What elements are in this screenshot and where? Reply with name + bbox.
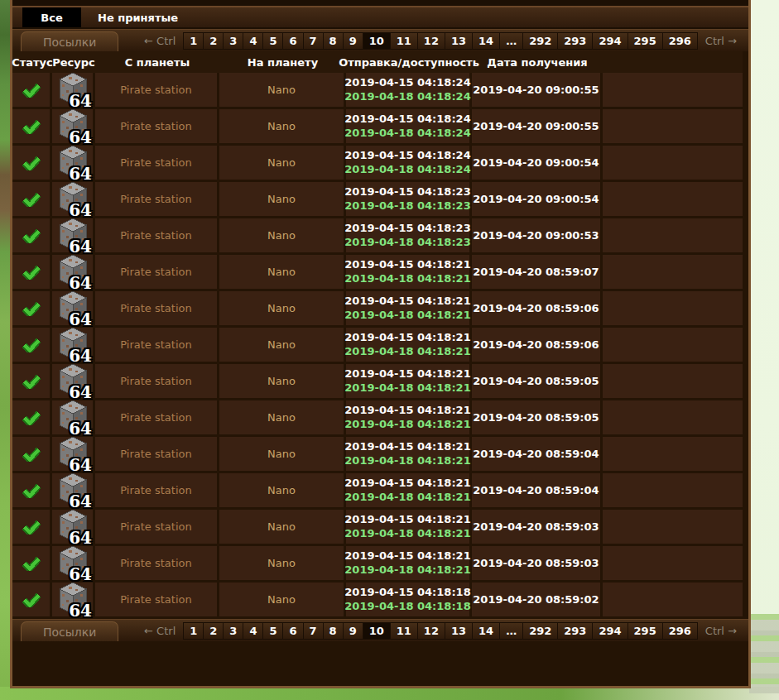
send-availability-cell: 2019-04-15 04:18:21 2019-04-18 04:18:21 xyxy=(346,473,472,507)
page-button[interactable]: 9 xyxy=(344,623,363,639)
to-planet-link[interactable]: Nano xyxy=(267,520,296,533)
from-planet-link[interactable]: Pirate station xyxy=(120,84,191,96)
from-planet-cell: Pirate station xyxy=(95,218,219,252)
parcels-table: Статус Ресурс С планеты На планету Отпра… xyxy=(12,51,748,619)
resource-count: 64 xyxy=(69,202,92,218)
pagination-prev[interactable]: ← Ctrl xyxy=(137,35,183,47)
to-planet-link[interactable]: Nano xyxy=(267,120,296,132)
page-button[interactable]: 3 xyxy=(224,623,243,639)
to-planet-cell: Nano xyxy=(219,510,346,544)
page-button[interactable]: 296 xyxy=(663,623,698,639)
sent-date: 2019-04-15 04:18:24 xyxy=(344,113,470,126)
sent-date: 2019-04-15 04:18:21 xyxy=(344,295,470,308)
from-planet-link[interactable]: Pirate station xyxy=(120,520,191,533)
page-button[interactable]: 9 xyxy=(344,33,363,49)
status-cell xyxy=(12,364,52,398)
page-button[interactable]: 294 xyxy=(593,33,628,49)
page-button[interactable]: 3 xyxy=(224,33,243,49)
page-button[interactable]: 12 xyxy=(418,623,445,639)
to-planet-link[interactable]: Nano xyxy=(267,229,296,242)
check-icon xyxy=(22,447,41,462)
to-planet-link[interactable]: Nano xyxy=(267,266,296,278)
page-button[interactable]: 5 xyxy=(263,623,283,639)
page-button[interactable]: 1 xyxy=(184,623,204,639)
page-button[interactable]: 6 xyxy=(283,33,303,49)
page-button[interactable]: 7 xyxy=(304,33,324,49)
page-button[interactable]: 14 xyxy=(473,623,500,639)
to-planet-link[interactable]: Nano xyxy=(267,375,296,387)
to-planet-cell: Nano xyxy=(219,328,346,362)
pagination-next[interactable]: Ctrl → xyxy=(698,625,744,637)
to-planet-link[interactable]: Nano xyxy=(267,156,296,169)
page-button[interactable]: 6 xyxy=(283,623,303,639)
page-button[interactable]: 10 xyxy=(363,33,391,49)
page-button[interactable]: 7 xyxy=(304,623,324,639)
from-planet-link[interactable]: Pirate station xyxy=(120,411,191,424)
to-planet-link[interactable]: Nano xyxy=(267,411,296,424)
page-button[interactable]: 4 xyxy=(243,33,263,49)
parcels-tab-bottom[interactable]: Посылки xyxy=(21,621,118,641)
from-planet-link[interactable]: Pirate station xyxy=(120,120,191,132)
page-button[interactable]: 8 xyxy=(324,33,344,49)
sent-date: 2019-04-15 04:18:21 xyxy=(344,404,470,417)
empty-cell xyxy=(603,510,743,544)
table-row: 64 Pirate station Nano 2019-04-15 04:18:… xyxy=(12,400,743,437)
tab-not-accepted[interactable]: Не принятые xyxy=(81,7,195,27)
to-planet-cell: Nano xyxy=(219,400,346,434)
to-planet-link[interactable]: Nano xyxy=(267,484,296,496)
empty-cell xyxy=(603,255,743,289)
page-button[interactable]: 295 xyxy=(628,33,663,49)
page-button[interactable]: 1 xyxy=(184,33,204,49)
received-date: 2019-04-20 09:00:55 xyxy=(473,120,599,132)
check-icon xyxy=(22,338,41,352)
page-button[interactable]: 14 xyxy=(473,33,500,49)
status-cell xyxy=(12,437,52,471)
send-availability-cell: 2019-04-15 04:18:18 2019-04-18 04:18:18 xyxy=(346,583,472,616)
page-button[interactable]: 12 xyxy=(418,33,445,49)
sent-date: 2019-04-15 04:18:21 xyxy=(344,513,470,526)
page-button[interactable]: 10 xyxy=(363,623,391,639)
to-planet-link[interactable]: Nano xyxy=(267,302,296,314)
resource-count: 64 xyxy=(69,165,92,182)
from-planet-link[interactable]: Pirate station xyxy=(120,448,191,460)
page-button[interactable]: 293 xyxy=(558,33,593,49)
page-button[interactable]: 11 xyxy=(391,33,418,49)
from-planet-link[interactable]: Pirate station xyxy=(120,484,191,496)
from-planet-link[interactable]: Pirate station xyxy=(120,557,191,569)
page-button[interactable]: 13 xyxy=(445,623,473,639)
page-button[interactable]: 5 xyxy=(263,33,283,49)
parcels-tab[interactable]: Посылки xyxy=(21,31,118,51)
to-planet-link[interactable]: Nano xyxy=(267,593,296,606)
page-button[interactable]: 11 xyxy=(391,623,418,639)
page-button[interactable]: 13 xyxy=(445,33,473,49)
from-planet-link[interactable]: Pirate station xyxy=(120,302,191,314)
to-planet-link[interactable]: Nano xyxy=(267,338,296,351)
page-button[interactable]: 292 xyxy=(523,33,558,49)
to-planet-cell: Nano xyxy=(219,437,346,471)
to-planet-link[interactable]: Nano xyxy=(267,193,296,205)
to-planet-link[interactable]: Nano xyxy=(267,84,296,96)
tab-all[interactable]: Все xyxy=(22,7,81,27)
available-date: 2019-04-18 04:18:21 xyxy=(344,491,470,504)
from-planet-link[interactable]: Pirate station xyxy=(120,193,191,205)
from-planet-link[interactable]: Pirate station xyxy=(120,593,191,606)
page-button[interactable]: 292 xyxy=(523,623,558,639)
page-button[interactable]: 2 xyxy=(204,623,224,639)
page-button[interactable]: 2 xyxy=(204,33,224,49)
send-availability-cell: 2019-04-15 04:18:24 2019-04-18 04:18:24 xyxy=(346,73,472,107)
pagination-next[interactable]: Ctrl → xyxy=(698,35,744,47)
from-planet-link[interactable]: Pirate station xyxy=(120,229,191,242)
pagination-prev[interactable]: ← Ctrl xyxy=(137,625,183,637)
from-planet-link[interactable]: Pirate station xyxy=(120,156,191,169)
from-planet-link[interactable]: Pirate station xyxy=(120,266,191,278)
page-button[interactable]: 296 xyxy=(663,33,698,49)
to-planet-link[interactable]: Nano xyxy=(267,448,296,460)
page-button[interactable]: 8 xyxy=(324,623,344,639)
from-planet-link[interactable]: Pirate station xyxy=(120,375,191,387)
page-button[interactable]: 293 xyxy=(558,623,593,639)
to-planet-link[interactable]: Nano xyxy=(267,557,296,569)
from-planet-link[interactable]: Pirate station xyxy=(120,338,191,351)
page-button[interactable]: 295 xyxy=(628,623,663,639)
page-button[interactable]: 4 xyxy=(243,623,263,639)
page-button[interactable]: 294 xyxy=(593,623,628,639)
